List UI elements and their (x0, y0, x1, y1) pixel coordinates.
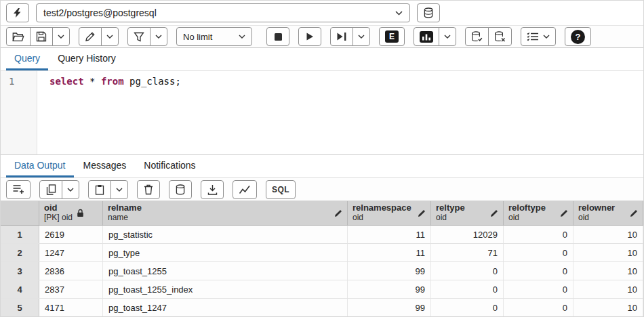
save-options-dropdown[interactable] (52, 27, 70, 46)
explain-button[interactable]: E (379, 27, 405, 46)
table-row[interactable]: 4 2837 pg_toast_1255_index 99 0 0 10 (1, 280, 643, 299)
grid-corner-cell[interactable] (1, 201, 39, 225)
cell-relnamespace[interactable]: 99 (348, 299, 431, 316)
tab-query-history-label: Query History (58, 53, 116, 64)
graph-visualiser-button[interactable] (233, 180, 257, 199)
column-header-relnamespace[interactable]: relnamespace oid (348, 201, 431, 225)
cell-reloftype[interactable]: 0 (504, 244, 573, 261)
tab-data-output[interactable]: Data Output (6, 155, 74, 177)
cell-reloftype[interactable]: 0 (504, 299, 573, 316)
save-data-changes-button[interactable] (169, 180, 192, 199)
filter-options-dropdown[interactable] (150, 27, 167, 46)
row-number[interactable]: 5 (1, 299, 39, 316)
cell-reloftype[interactable]: 0 (504, 280, 573, 298)
cell-relowner[interactable]: 10 (573, 299, 643, 316)
tab-messages[interactable]: Messages (75, 155, 135, 177)
save-file-button[interactable] (30, 27, 53, 46)
show-sql-button[interactable]: SQL (266, 180, 296, 199)
row-limit-select[interactable]: No limit (176, 27, 252, 46)
edit-pencil-icon[interactable] (560, 209, 568, 217)
column-header-relowner[interactable]: relowner oid (573, 201, 643, 225)
edit-pencil-icon[interactable] (418, 209, 426, 217)
new-query-tool-button[interactable] (417, 3, 440, 22)
table-row[interactable]: 2 1247 pg_type 11 71 0 10 (1, 244, 643, 262)
cell-relnamespace[interactable]: 99 (348, 262, 431, 280)
cell-reloftype[interactable]: 0 (504, 226, 573, 243)
table-row[interactable]: 1 2619 pg_statistic 11 12029 0 10 (1, 226, 643, 244)
row-number[interactable]: 2 (1, 244, 39, 261)
cell-relowner[interactable]: 10 (573, 280, 643, 298)
cell-reltype[interactable]: 0 (431, 280, 504, 298)
copy-button[interactable] (39, 180, 62, 199)
database-cross-icon (494, 31, 506, 42)
commit-button[interactable] (465, 27, 489, 46)
column-header-reloftype[interactable]: reloftype oid (504, 201, 573, 225)
execute-options-dropdown[interactable] (353, 27, 370, 46)
tab-query-label: Query (14, 53, 40, 64)
cell-reltype[interactable]: 12029 (431, 226, 504, 243)
cell-oid[interactable]: 2836 (39, 262, 103, 280)
rollback-button[interactable] (488, 27, 512, 46)
edit-pencil-icon[interactable] (490, 209, 498, 217)
help-button[interactable]: ? (565, 27, 591, 46)
cell-relnamespace[interactable]: 99 (348, 280, 431, 298)
column-header-relname[interactable]: relname name (103, 201, 348, 225)
edit-menu-dropdown[interactable] (101, 27, 119, 46)
line-number-gutter: 1 (1, 71, 37, 154)
cell-relname[interactable]: pg_toast_1255 (103, 262, 348, 280)
paste-button[interactable] (88, 180, 111, 199)
row-number[interactable]: 4 (1, 280, 39, 298)
cell-relowner[interactable]: 10 (573, 244, 643, 261)
cell-oid[interactable]: 2837 (39, 280, 103, 298)
edit-pencil-icon[interactable] (334, 209, 342, 217)
paste-options-dropdown[interactable] (110, 180, 128, 199)
execute-group (298, 27, 321, 46)
code-line[interactable]: select * from pg_class; (37, 71, 181, 154)
macros-button[interactable] (521, 27, 556, 46)
cell-reltype[interactable]: 71 (431, 244, 504, 261)
cell-oid[interactable]: 2619 (39, 226, 103, 243)
data-output-toolbar: SQL (1, 178, 643, 201)
cell-relnamespace[interactable]: 11 (348, 226, 431, 243)
cell-relnamespace[interactable]: 11 (348, 244, 431, 261)
connection-status-button[interactable] (6, 3, 29, 22)
cell-relname[interactable]: pg_toast_1247 (103, 299, 348, 316)
table-row[interactable]: 3 2836 pg_toast_1255 99 0 0 10 (1, 262, 643, 280)
column-header-reltype[interactable]: reltype oid (431, 201, 504, 225)
cell-relowner[interactable]: 10 (573, 226, 643, 243)
tab-query-history[interactable]: Query History (49, 48, 124, 70)
connection-selector[interactable]: test2/postgres@postgresql (36, 3, 410, 22)
cell-oid[interactable]: 1247 (39, 244, 103, 261)
explain-options-dropdown[interactable] (439, 27, 456, 46)
cell-relname[interactable]: pg_statistic (103, 226, 348, 243)
row-number[interactable]: 3 (1, 262, 39, 280)
execute-script-button[interactable] (330, 27, 353, 46)
cell-relname[interactable]: pg_toast_1255_index (103, 280, 348, 298)
cancel-query-button[interactable] (266, 27, 289, 46)
tab-notifications[interactable]: Notifications (136, 155, 203, 177)
tab-query[interactable]: Query (6, 48, 48, 70)
cell-reltype[interactable]: 0 (431, 299, 504, 316)
filter-button-group (127, 27, 167, 46)
add-row-button[interactable] (6, 180, 31, 199)
edit-menu-button[interactable] (79, 27, 102, 46)
cell-oid[interactable]: 4171 (39, 299, 103, 316)
execute-button[interactable] (298, 27, 321, 46)
explain-analyze-button[interactable] (414, 27, 439, 46)
row-number[interactable]: 1 (1, 226, 39, 243)
explain-group: E (379, 27, 405, 46)
cell-reloftype[interactable]: 0 (504, 262, 573, 280)
filter-button[interactable] (127, 27, 150, 46)
column-header-oid[interactable]: oid [PK] oid (39, 201, 103, 225)
copy-options-dropdown[interactable] (62, 180, 79, 199)
cell-relowner[interactable]: 10 (573, 262, 643, 280)
file-button-group (6, 27, 70, 46)
cell-reltype[interactable]: 0 (431, 262, 504, 280)
save-results-to-file-button[interactable] (201, 180, 224, 199)
sql-editor[interactable]: 1 select * from pg_class; (1, 71, 643, 155)
table-row[interactable]: 5 4171 pg_toast_1247 99 0 0 10 (1, 299, 643, 317)
cell-relname[interactable]: pg_type (103, 244, 348, 261)
delete-row-button[interactable] (137, 180, 160, 199)
edit-pencil-icon[interactable] (630, 209, 638, 217)
open-file-button[interactable] (6, 27, 31, 46)
